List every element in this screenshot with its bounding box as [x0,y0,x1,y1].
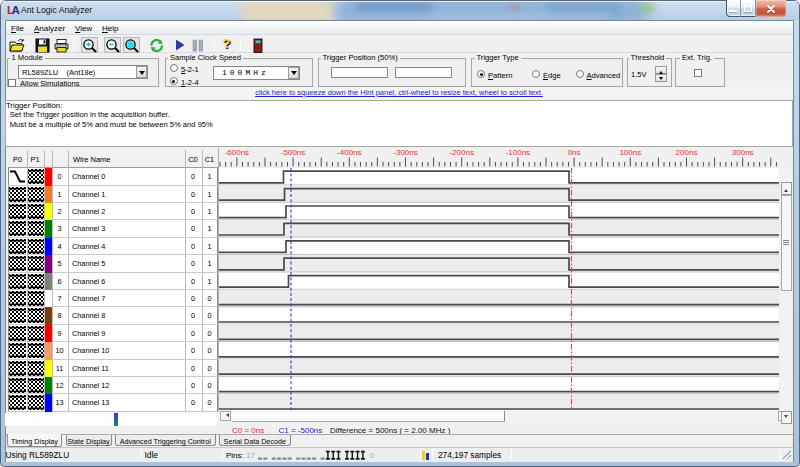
svg-text:-500ns: -500ns [281,148,305,157]
svg-text:-200ns: -200ns [449,148,473,157]
svg-text:-600ns: -600ns [225,148,249,157]
svg-text:-100ns: -100ns [506,148,530,157]
svg-text:100ns: 100ns [619,148,641,157]
svg-text:300ns: 300ns [732,148,754,157]
svg-text:200ns: 200ns [676,148,698,157]
svg-text:-400ns: -400ns [337,148,361,157]
svg-text:-300ns: -300ns [393,148,417,157]
svg-text:0ns: 0ns [568,148,581,157]
